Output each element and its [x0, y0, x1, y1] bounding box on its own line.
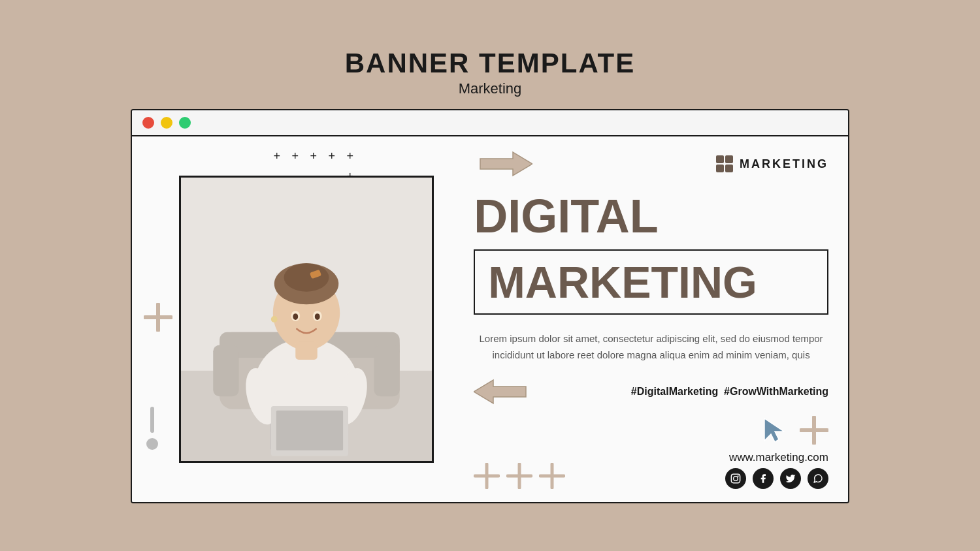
vertical-bar-indicator	[146, 407, 158, 450]
svg-rect-14	[276, 411, 342, 450]
headline-marketing: MARKETING	[488, 260, 814, 304]
svg-point-22	[314, 313, 319, 320]
svg-marker-30	[474, 380, 526, 403]
svg-point-42	[738, 475, 739, 477]
dot-red[interactable]	[142, 117, 154, 129]
page-header: BANNER TEMPLATE Marketing	[345, 48, 636, 97]
social-icons	[725, 468, 828, 489]
twitter-icon[interactable]	[780, 468, 801, 489]
arrow-left-icon	[474, 377, 532, 406]
website-url[interactable]: www.marketing.com	[729, 451, 828, 464]
cursor-cross-row	[762, 416, 828, 445]
photo-frame	[179, 176, 434, 463]
svg-rect-27	[725, 155, 733, 163]
logo-label: MARKETING	[740, 157, 828, 171]
svg-rect-7	[374, 345, 399, 396]
svg-rect-40	[731, 474, 740, 482]
page-subtitle: Marketing	[345, 80, 636, 97]
svg-marker-25	[480, 152, 532, 176]
marketing-logo: MARKETING	[715, 154, 828, 174]
hashtag-row: #DigitalMarketing #GrowWithMarketing	[474, 377, 828, 406]
svg-point-41	[734, 477, 738, 481]
right-panel: MARKETING DIGITAL MARKETING Lorem ipsum …	[454, 136, 848, 502]
svg-point-23	[270, 316, 277, 323]
logo-icon	[715, 154, 734, 174]
browser-window: +++++ + + +	[131, 109, 849, 503]
triple-cross-icons	[474, 463, 565, 489]
photo-placeholder	[181, 178, 432, 461]
bottom-decoration-row: www.marketing.com	[474, 416, 828, 489]
arrow-right-icon	[474, 150, 532, 178]
headline-digital: DIGITAL	[474, 193, 828, 240]
cross-icon-left	[144, 303, 172, 336]
cross-icon-3	[539, 463, 565, 489]
banner-content: +++++ + + +	[132, 136, 848, 502]
whatsapp-icon[interactable]	[808, 468, 828, 489]
dot-yellow[interactable]	[161, 117, 172, 129]
dot-green[interactable]	[179, 117, 191, 129]
hashtags: #DigitalMarketing #GrowWithMarketing	[631, 386, 828, 398]
browser-titlebar	[132, 110, 848, 136]
cross-big-icon	[800, 416, 828, 445]
right-bottom-col: www.marketing.com	[725, 416, 828, 489]
cross-icon-1	[474, 463, 500, 489]
instagram-icon[interactable]	[725, 468, 746, 489]
svg-rect-29	[725, 165, 733, 172]
marketing-box: MARKETING	[474, 249, 828, 315]
left-panel: +++++ + + +	[132, 136, 454, 502]
svg-rect-28	[716, 165, 724, 172]
lorem-text: Lorem ipsum dolor sit amet, consectetur …	[474, 330, 828, 364]
page-title: BANNER TEMPLATE	[345, 48, 636, 79]
svg-marker-37	[764, 418, 784, 442]
facebook-icon[interactable]	[753, 468, 774, 489]
right-top-bar: MARKETING	[474, 150, 828, 178]
svg-rect-6	[213, 345, 238, 396]
svg-point-17	[284, 263, 329, 291]
cross-icon-2	[506, 463, 532, 489]
svg-rect-26	[716, 155, 724, 163]
svg-point-21	[293, 313, 298, 320]
svg-rect-24	[295, 341, 317, 360]
cursor-icon	[762, 416, 787, 445]
